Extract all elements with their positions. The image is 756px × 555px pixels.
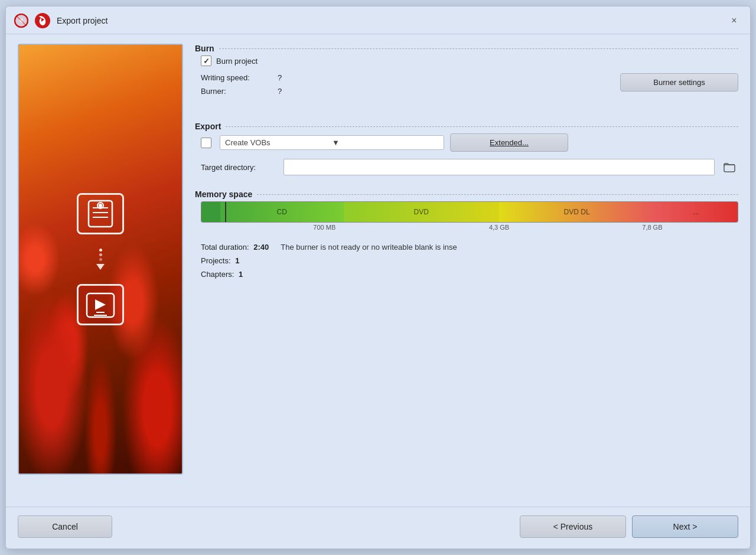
title-bar: Export project ×	[6, 6, 750, 34]
dialog-body: Burn Burn project Writing speed:	[6, 34, 750, 507]
chapters-row: Chapters: 1	[201, 270, 738, 279]
dialog-title: Export project	[57, 16, 107, 25]
burn-section: Burn Burn project Writing speed:	[195, 44, 738, 107]
cancel-button[interactable]: Cancel	[18, 515, 112, 538]
target-directory-input[interactable]	[284, 159, 715, 175]
preview-overlay	[19, 45, 182, 474]
svg-marker-11	[95, 299, 106, 310]
svg-point-9	[99, 204, 102, 207]
writing-speed-value: ?	[278, 73, 282, 82]
export-section-title: Export	[195, 122, 221, 131]
memory-section-title: Memory space	[195, 190, 252, 199]
memory-bar: CD DVD DVD DL ...	[201, 201, 738, 223]
memory-section: Memory space CD	[195, 190, 738, 279]
projects-value: 1	[235, 256, 239, 265]
stats-row-1: Total duration: 2:40 The burner is not r…	[201, 243, 738, 252]
burn-section-content: Burn project Writing speed: ? Burner: ?	[195, 56, 738, 102]
chapters-label: Chapters:	[201, 270, 234, 279]
title-bar-left: Export project	[14, 12, 107, 29]
right-panel: Burn Burn project Writing speed:	[195, 44, 738, 497]
dialog-footer: Cancel < Previous Next >	[6, 507, 750, 549]
connector-dots	[96, 249, 105, 270]
export-section-header: Export	[195, 122, 738, 131]
projects-label: Projects:	[201, 256, 231, 265]
bar-labels: 700 MB 4,3 GB 7,8 GB	[201, 224, 738, 236]
bar-segment-cd: CD	[220, 202, 344, 222]
svg-rect-14	[724, 165, 735, 172]
writing-speed-label: Writing speed:	[201, 73, 272, 82]
burner-row: Burner: ?	[201, 87, 282, 96]
projects-row: Projects: 1	[201, 256, 738, 265]
stats-section: Total duration: 2:40 The burner is not r…	[201, 243, 738, 279]
bar-label-700mb: 700 MB	[313, 224, 335, 231]
export-section: Export Create VOBs ▼ Extended...	[195, 122, 738, 175]
burner-settings-button[interactable]: Burner settings	[620, 73, 738, 92]
burner-label: Burner:	[201, 87, 272, 96]
footer-nav-buttons: < Previous Next >	[520, 515, 738, 538]
svg-point-3	[35, 13, 50, 28]
memory-section-content: CD DVD DVD DL ...	[195, 201, 738, 279]
burn-section-line	[219, 48, 738, 49]
memory-section-header: Memory space	[195, 190, 738, 199]
bar-segment-0	[201, 202, 220, 222]
burn-project-checkbox[interactable]	[201, 56, 211, 66]
total-duration-label: Total duration:	[201, 243, 249, 252]
bar-label-43gb: 4,3 GB	[489, 224, 509, 231]
burn-section-title: Burn	[195, 44, 214, 53]
bar-segment-overflow: ...	[654, 202, 738, 222]
status-message: The burner is not ready or no writeable …	[281, 243, 457, 252]
close-button[interactable]: ×	[728, 14, 741, 27]
folder-icon	[724, 162, 735, 172]
app-logo	[34, 12, 51, 29]
preview-panel	[18, 44, 183, 475]
burner-value: ?	[278, 87, 282, 96]
preview-background	[19, 45, 182, 474]
writing-speed-info: Writing speed: ? Burner: ?	[201, 73, 282, 102]
create-vobs-option: Create VOBs	[225, 138, 332, 147]
create-vobs-row: Create VOBs ▼ Extended...	[201, 133, 738, 152]
app-icon	[14, 14, 28, 28]
create-vobs-dropdown[interactable]: Create VOBs ▼	[220, 135, 444, 150]
target-directory-label: Target directory:	[201, 163, 278, 172]
dropdown-arrow-icon: ▼	[332, 138, 439, 147]
browse-folder-button[interactable]	[721, 159, 738, 175]
export-dialog: Export project ×	[5, 6, 751, 549]
writing-speed-row: Writing speed: ?	[201, 73, 282, 82]
total-duration-info: Total duration: 2:40	[201, 243, 269, 252]
export-section-content: Create VOBs ▼ Extended... Target directo…	[195, 133, 738, 175]
extended-button[interactable]: Extended...	[450, 133, 568, 152]
previous-button[interactable]: < Previous	[520, 515, 626, 538]
burn-icon	[84, 290, 116, 319]
total-duration-value: 2:40	[253, 243, 269, 252]
bar-segment-dvd-dl: DVD DL	[499, 202, 654, 222]
burn-project-label: Burn project	[216, 57, 258, 66]
top-preview-icon	[77, 193, 124, 234]
bar-segment-dvd: DVD	[344, 202, 499, 222]
create-vobs-checkbox[interactable]	[201, 138, 211, 148]
bar-label-78gb: 7,8 GB	[642, 224, 662, 231]
target-directory-row: Target directory:	[201, 159, 738, 175]
memory-bar-container: CD DVD DVD DL ...	[201, 201, 738, 236]
bottom-preview-icon	[77, 284, 124, 325]
bar-indicator	[225, 202, 226, 222]
burn-section-header: Burn	[195, 44, 738, 53]
memory-section-line	[257, 194, 738, 195]
next-button[interactable]: Next >	[632, 515, 738, 538]
disc-icon	[86, 200, 115, 228]
burn-project-row: Burn project	[201, 56, 738, 66]
chapters-value: 1	[239, 270, 243, 279]
export-section-line	[226, 126, 738, 127]
